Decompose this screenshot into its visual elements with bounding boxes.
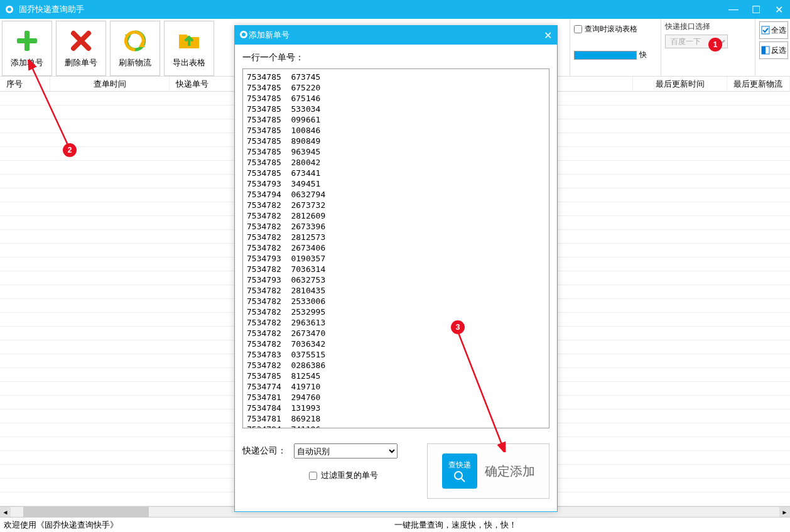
invert-label: 反选	[771, 45, 786, 56]
confirm-add-button[interactable]: 查快递 确定添加	[427, 443, 549, 499]
confirm-label: 确定添加	[485, 463, 535, 480]
delete-tracking-button[interactable]: 删除单号	[56, 21, 106, 76]
scroll-checkbox-row[interactable]: 查询时滚动表格	[574, 24, 658, 35]
app-title: 固乔快递查询助手	[19, 4, 84, 15]
export-button[interactable]: 导出表格	[164, 21, 214, 76]
window-controls: — ☐ ✕	[722, 0, 790, 19]
progress-bar	[574, 51, 637, 60]
company-select[interactable]: 自动识别	[294, 443, 398, 459]
svg-point-10	[242, 33, 246, 36]
app-icon	[4, 4, 15, 15]
search-express-icon: 查快递	[442, 453, 477, 489]
checkbox-icon	[761, 26, 770, 35]
instruction-label: 一行一个单号：	[242, 52, 549, 63]
annotation-3: 3	[451, 320, 465, 334]
status-left: 欢迎使用《固乔快递查询快手》	[4, 519, 118, 531]
annotation-1: 1	[708, 38, 722, 52]
dialog-title: 添加新单号	[249, 30, 289, 41]
svg-rect-6	[762, 26, 769, 34]
maximize-button[interactable]: ☐	[745, 0, 767, 19]
select-all-label: 全选	[771, 25, 786, 36]
svg-point-11	[455, 472, 462, 479]
filter-dup-label: 过滤重复的单号	[321, 470, 378, 481]
right-panel: 查询时滚动表格 快 快递接口选择 百度一下 全选 反选	[570, 19, 790, 77]
scroll-thumb[interactable]	[23, 507, 149, 517]
progress-label: 快	[639, 50, 647, 60]
delete-label: 删除单号	[65, 57, 97, 68]
add-tracking-button[interactable]: 添加单号	[2, 21, 52, 76]
interface-group-title: 快递接口选择	[665, 21, 752, 32]
svg-line-12	[462, 479, 465, 482]
scroll-checkbox[interactable]	[574, 25, 582, 33]
titlebar: 固乔快递查询助手 — ☐ ✕	[0, 0, 790, 19]
add-label: 添加单号	[11, 57, 43, 68]
invert-button[interactable]: 反选	[759, 41, 788, 59]
folder-arrow-icon	[176, 28, 202, 53]
plus-icon	[14, 28, 40, 53]
scroll-left-arrow[interactable]: ◄	[0, 507, 11, 518]
filter-row[interactable]: 过滤重复的单号	[309, 470, 398, 481]
scroll-label: 查询时滚动表格	[585, 24, 637, 35]
refresh-button[interactable]: 刷新物流	[110, 21, 160, 76]
col-last-update[interactable]: 最后更新时间	[633, 77, 727, 91]
add-tracking-dialog: 添加新单号 ✕ 一行一个单号： 快递公司： 自动识别 过滤重复的单号	[234, 25, 558, 512]
x-icon	[68, 28, 94, 53]
filter-dup-checkbox[interactable]	[309, 472, 317, 480]
status-right: 一键批量查询，速度快，快，快！	[394, 519, 517, 531]
refresh-label: 刷新物流	[119, 57, 151, 68]
company-label: 快递公司：	[242, 445, 286, 457]
statusbar: 欢迎使用《固乔快递查询快手》 一键批量查询，速度快，快，快！	[0, 517, 790, 532]
col-query-time[interactable]: 查单时间	[50, 77, 170, 91]
svg-rect-8	[762, 46, 766, 54]
svg-rect-3	[17, 38, 37, 43]
dialog-icon	[239, 30, 249, 41]
dialog-close-button[interactable]: ✕	[538, 26, 557, 45]
dialog-titlebar: 添加新单号 ✕	[235, 26, 557, 45]
close-button[interactable]: ✕	[767, 0, 790, 19]
minimize-button[interactable]: —	[722, 0, 745, 19]
col-last-logistics[interactable]: 最后更新物流	[727, 77, 790, 91]
scroll-right-arrow[interactable]: ►	[779, 507, 790, 518]
annotation-2: 2	[63, 143, 77, 157]
select-all-button[interactable]: 全选	[759, 21, 788, 39]
tracking-numbers-input[interactable]	[242, 68, 549, 428]
col-seq[interactable]: 序号	[0, 77, 50, 91]
export-label: 导出表格	[173, 57, 205, 68]
refresh-icon	[122, 28, 148, 53]
invert-icon	[761, 46, 770, 55]
svg-point-1	[8, 8, 11, 11]
